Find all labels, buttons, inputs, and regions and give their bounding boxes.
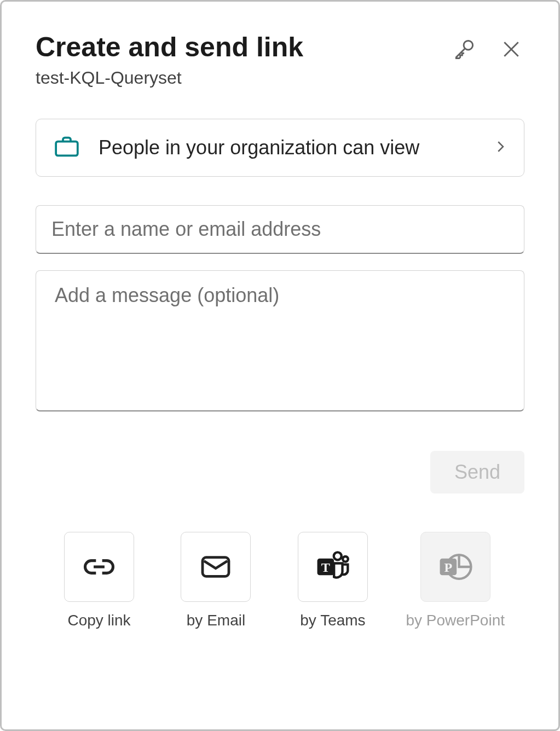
key-icon xyxy=(452,37,476,63)
teams-icon: T xyxy=(298,532,368,602)
powerpoint-label: by PowerPoint xyxy=(406,612,505,629)
teams-label: by Teams xyxy=(300,612,365,629)
email-option[interactable]: by Email xyxy=(172,532,259,629)
email-icon xyxy=(181,532,251,602)
close-button[interactable] xyxy=(498,37,524,63)
svg-text:T: T xyxy=(321,560,330,575)
briefcase-icon xyxy=(51,131,82,164)
email-label: by Email xyxy=(187,612,245,629)
share-dialog: Create and send link test-KQL-Queryset xyxy=(0,0,560,731)
chevron-right-icon xyxy=(492,138,509,157)
message-textarea[interactable] xyxy=(36,270,524,411)
permissions-key-button[interactable] xyxy=(451,37,477,63)
dialog-header: Create and send link test-KQL-Queryset xyxy=(36,32,524,88)
svg-point-6 xyxy=(343,556,348,562)
svg-text:P: P xyxy=(444,560,452,575)
copy-link-label: Copy link xyxy=(67,612,130,629)
header-actions xyxy=(451,32,524,63)
share-options-row: Copy link by Email T xyxy=(36,532,524,629)
powerpoint-icon: P xyxy=(420,532,490,602)
send-button[interactable]: Send xyxy=(430,451,524,494)
permission-text: People in your organization can view xyxy=(99,135,476,161)
recipient-input[interactable] xyxy=(36,205,524,254)
close-icon xyxy=(501,39,522,61)
dialog-title: Create and send link xyxy=(36,32,451,62)
powerpoint-option[interactable]: P by PowerPoint xyxy=(406,532,505,629)
header-titles: Create and send link test-KQL-Queryset xyxy=(36,32,451,88)
svg-point-5 xyxy=(334,552,342,560)
dialog-subtitle: test-KQL-Queryset xyxy=(36,68,451,88)
copy-link-option[interactable]: Copy link xyxy=(55,532,143,629)
permission-selector[interactable]: People in your organization can view xyxy=(36,119,524,177)
svg-rect-1 xyxy=(56,142,78,156)
link-icon xyxy=(64,532,134,602)
send-row: Send xyxy=(36,451,524,494)
teams-option[interactable]: T by Teams xyxy=(289,532,377,629)
